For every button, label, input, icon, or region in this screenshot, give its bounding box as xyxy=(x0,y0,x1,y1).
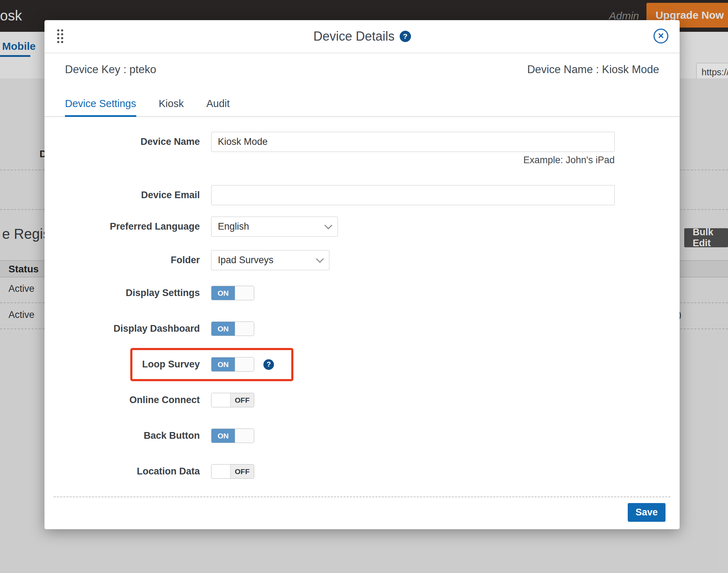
location-data-toggle[interactable]: OFF xyxy=(211,464,254,479)
device-details-modal: Device Details ? ✕ Device Key : pteko De… xyxy=(44,20,680,529)
device-name-row: Device Name xyxy=(44,132,680,152)
close-icon[interactable]: ✕ xyxy=(654,29,668,43)
display-dashboard-toggle[interactable]: ON xyxy=(211,321,254,336)
modal-title-text: Device Details xyxy=(313,29,394,44)
drag-handle-icon[interactable] xyxy=(57,29,63,43)
help-icon[interactable]: ? xyxy=(400,31,411,42)
device-email-row: Device Email xyxy=(44,185,680,205)
toggle-state-label: ON xyxy=(211,286,235,300)
preferred-language-label: Preferred Language xyxy=(44,221,200,232)
modal-title: Device Details ? xyxy=(313,29,411,44)
device-key-label: Device Key : pteko xyxy=(65,63,156,76)
device-name-helper: Example: John's iPad xyxy=(211,155,615,166)
toggle-state-label: OFF xyxy=(231,465,254,478)
display-dashboard-row: Display Dashboard ON xyxy=(44,321,680,336)
display-settings-toggle[interactable]: ON xyxy=(211,286,254,300)
display-dashboard-label: Display Dashboard xyxy=(44,323,200,334)
toggle-knob xyxy=(235,322,254,336)
toggle-state-label: ON xyxy=(211,358,235,371)
back-button-label: Back Button xyxy=(44,430,200,441)
toggle-knob xyxy=(235,358,254,371)
online-connect-toggle[interactable]: OFF xyxy=(211,393,254,407)
folder-select[interactable]: Ipad Surveys xyxy=(211,250,329,270)
folder-row: Folder Ipad Surveys xyxy=(44,250,680,270)
page: osk Admin Upgrade Now Mobile https:// D … xyxy=(0,0,728,573)
device-meta-row: Device Key : pteko Device Name : Kiosk M… xyxy=(44,53,680,76)
chevron-down-icon xyxy=(316,255,324,263)
modal-header: Device Details ? ✕ xyxy=(44,20,680,53)
device-name-label: Device Name : Kiosk Mode xyxy=(527,63,659,76)
toggle-state-label: OFF xyxy=(231,393,254,407)
online-connect-row: Online Connect OFF xyxy=(44,393,680,407)
display-settings-row: Display Settings ON xyxy=(44,286,680,300)
location-data-row: Location Data OFF xyxy=(44,464,680,479)
preferred-language-row: Preferred Language English xyxy=(44,217,680,237)
device-name-input[interactable] xyxy=(211,132,615,152)
loop-survey-toggle[interactable]: ON xyxy=(211,357,254,372)
toggle-knob xyxy=(211,465,231,478)
modal-body: Device Name Example: John's iPad Device … xyxy=(44,117,680,522)
tab-kiosk[interactable]: Kiosk xyxy=(159,98,184,116)
tab-device-settings[interactable]: Device Settings xyxy=(65,98,136,117)
modal-tabs: Device Settings Kiosk Audit xyxy=(44,98,680,117)
modal-footer: Save xyxy=(44,497,680,522)
folder-value: Ipad Surveys xyxy=(218,255,274,266)
chevron-down-icon xyxy=(324,221,333,229)
loop-survey-label: Loop Survey xyxy=(44,359,200,370)
online-connect-label: Online Connect xyxy=(44,395,200,406)
back-button-toggle[interactable]: ON xyxy=(211,429,254,443)
device-name-field-label: Device Name xyxy=(44,136,200,147)
preferred-language-value: English xyxy=(218,221,249,232)
loop-survey-row: Loop Survey ON ? xyxy=(44,357,680,372)
toggle-state-label: ON xyxy=(211,429,235,443)
save-button[interactable]: Save xyxy=(628,503,666,522)
toggle-knob xyxy=(235,286,254,300)
display-settings-label: Display Settings xyxy=(44,288,200,299)
device-email-field-label: Device Email xyxy=(44,190,200,201)
device-email-input[interactable] xyxy=(211,185,615,205)
loop-survey-help-icon[interactable]: ? xyxy=(263,359,274,370)
toggle-state-label: ON xyxy=(211,322,235,336)
toggle-knob xyxy=(235,429,254,443)
back-button-row: Back Button ON xyxy=(44,429,680,443)
toggle-knob xyxy=(211,393,231,407)
location-data-label: Location Data xyxy=(44,466,200,477)
tab-audit[interactable]: Audit xyxy=(206,98,229,116)
folder-label: Folder xyxy=(44,255,200,266)
preferred-language-select[interactable]: English xyxy=(211,217,338,237)
